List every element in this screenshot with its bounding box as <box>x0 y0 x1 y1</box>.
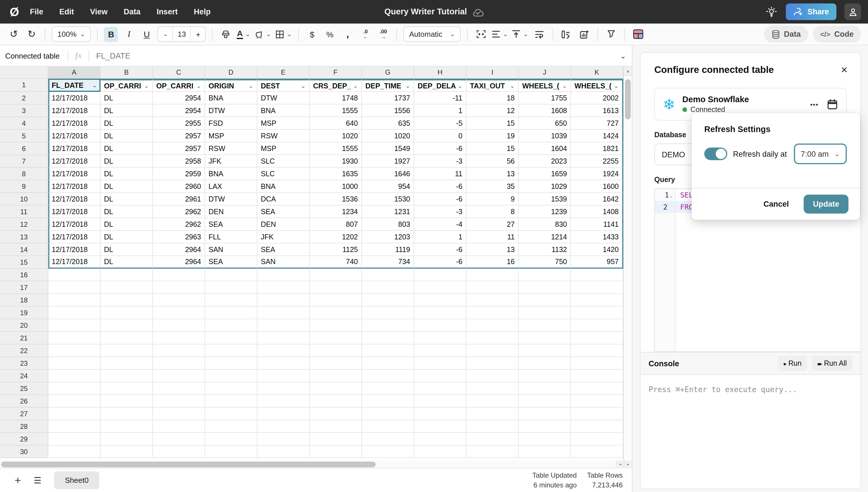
cell-J17[interactable] <box>519 281 571 294</box>
column-header-B[interactable]: B <box>100 67 153 79</box>
cell-E6[interactable]: MSP <box>257 142 310 155</box>
cell-B2[interactable]: DL <box>100 92 153 104</box>
cell-G12[interactable]: 803 <box>362 218 414 231</box>
cell-A9[interactable]: 12/17/2018 <box>48 180 100 193</box>
update-button[interactable]: Update <box>804 195 848 214</box>
cell-K1[interactable]: WHEELS_(⌄ <box>571 79 623 92</box>
cell-A8[interactable]: 12/17/2018 <box>48 168 100 180</box>
cell-B7[interactable]: DL <box>100 155 153 168</box>
row-header-4[interactable]: 4 <box>0 117 48 130</box>
vertical-scrollbar[interactable]: ▲ <box>623 67 632 461</box>
cell-K30[interactable] <box>571 445 623 458</box>
vertical-align-button[interactable]: ⌄ <box>512 30 528 39</box>
row-header-5[interactable]: 5 <box>0 130 48 142</box>
column-header-C[interactable]: C <box>153 67 205 79</box>
cell-D3[interactable]: DTW <box>205 104 257 117</box>
cell-J21[interactable] <box>519 332 571 344</box>
cell-H30[interactable] <box>414 445 466 458</box>
column-filter-icon[interactable]: ⌄ <box>510 83 515 89</box>
horizontal-scrollbar[interactable]: ◂ ▸ <box>0 461 632 468</box>
cell-G29[interactable] <box>362 433 414 445</box>
row-header-22[interactable]: 22 <box>0 344 48 357</box>
cell-F10[interactable]: 1536 <box>310 193 362 205</box>
column-filter-icon[interactable]: ⌄ <box>405 83 410 89</box>
cell-I28[interactable] <box>466 420 519 433</box>
cell-C21[interactable] <box>153 332 205 344</box>
menu-view[interactable]: View <box>90 7 108 16</box>
more-options-icon[interactable]: ••• <box>810 101 819 108</box>
menu-data[interactable]: Data <box>124 7 141 16</box>
cell-I8[interactable]: 13 <box>466 168 519 180</box>
cell-C17[interactable] <box>153 281 205 294</box>
cell-G27[interactable] <box>362 408 414 420</box>
cell-D29[interactable] <box>205 433 257 445</box>
scroll-right-icon[interactable]: ▸ <box>624 461 632 468</box>
cell-D14[interactable]: SAN <box>205 243 257 256</box>
cell-B21[interactable] <box>100 332 153 344</box>
cell-C28[interactable] <box>153 420 205 433</box>
cell-K5[interactable]: 1424 <box>571 130 623 142</box>
cell-I21[interactable] <box>466 332 519 344</box>
cell-I26[interactable] <box>466 395 519 408</box>
insert-column-icon[interactable] <box>559 27 573 42</box>
row-header-27[interactable]: 27 <box>0 408 48 420</box>
cell-C10[interactable]: 2961 <box>153 193 205 205</box>
cell-K23[interactable] <box>571 357 623 370</box>
cell-J3[interactable]: 1608 <box>519 104 571 117</box>
cell-F8[interactable]: 1635 <box>310 168 362 180</box>
schedule-calendar-icon[interactable] <box>827 98 838 110</box>
cell-F16[interactable] <box>310 269 362 281</box>
cell-E10[interactable]: DCA <box>257 193 310 205</box>
undo-button[interactable]: ↺ <box>7 27 21 42</box>
cell-B26[interactable] <box>100 395 153 408</box>
zoom-select[interactable]: 100%⌄ <box>52 26 91 42</box>
cell-K9[interactable]: 1600 <box>571 180 623 193</box>
column-header-H[interactable]: H <box>414 67 466 79</box>
cell-H15[interactable]: -6 <box>414 256 466 269</box>
cell-D17[interactable] <box>205 281 257 294</box>
vertical-scroll-thumb[interactable] <box>625 79 631 119</box>
cell-I11[interactable]: 8 <box>466 205 519 218</box>
cell-J7[interactable]: 2023 <box>519 155 571 168</box>
cell-G4[interactable]: 635 <box>362 117 414 130</box>
grid-corner[interactable] <box>0 67 48 79</box>
cell-G14[interactable]: 1119 <box>362 243 414 256</box>
redo-button[interactable]: ↻ <box>25 27 39 42</box>
paint-format-icon[interactable] <box>219 27 233 42</box>
cell-I29[interactable] <box>466 433 519 445</box>
cell-D11[interactable]: DEN <box>205 205 257 218</box>
cell-C5[interactable]: 2957 <box>153 130 205 142</box>
cell-D24[interactable] <box>205 370 257 383</box>
cell-D16[interactable] <box>205 269 257 281</box>
cell-H24[interactable] <box>414 370 466 383</box>
cell-J29[interactable] <box>519 433 571 445</box>
cell-A20[interactable] <box>48 319 100 332</box>
cell-F14[interactable]: 1125 <box>310 243 362 256</box>
row-header-9[interactable]: 9 <box>0 180 48 193</box>
row-header-19[interactable]: 19 <box>0 306 48 319</box>
cell-K17[interactable] <box>571 281 623 294</box>
row-header-13[interactable]: 13 <box>0 231 48 243</box>
cell-F23[interactable] <box>310 357 362 370</box>
cell-G3[interactable]: 1556 <box>362 104 414 117</box>
sheet-tab[interactable]: Sheet0 <box>54 471 99 489</box>
column-header-K[interactable]: K <box>571 67 623 79</box>
cell-C20[interactable] <box>153 319 205 332</box>
cell-H25[interactable] <box>414 383 466 395</box>
cell-C22[interactable] <box>153 344 205 357</box>
cell-A23[interactable] <box>48 357 100 370</box>
row-header-12[interactable]: 12 <box>0 218 48 231</box>
cell-G16[interactable] <box>362 269 414 281</box>
column-filter-icon[interactable]: ⌄ <box>562 83 567 89</box>
cell-A2[interactable]: 12/17/2018 <box>48 92 100 104</box>
cell-K24[interactable] <box>571 370 623 383</box>
row-header-23[interactable]: 23 <box>0 357 48 370</box>
cell-C4[interactable]: 2955 <box>153 117 205 130</box>
run-all-button[interactable]: ▸▸Run All <box>812 356 852 371</box>
cell-I30[interactable] <box>466 445 519 458</box>
cell-A16[interactable] <box>48 269 100 281</box>
cell-C18[interactable] <box>153 294 205 306</box>
cell-I25[interactable] <box>466 383 519 395</box>
cell-K7[interactable]: 2255 <box>571 155 623 168</box>
cell-H26[interactable] <box>414 395 466 408</box>
